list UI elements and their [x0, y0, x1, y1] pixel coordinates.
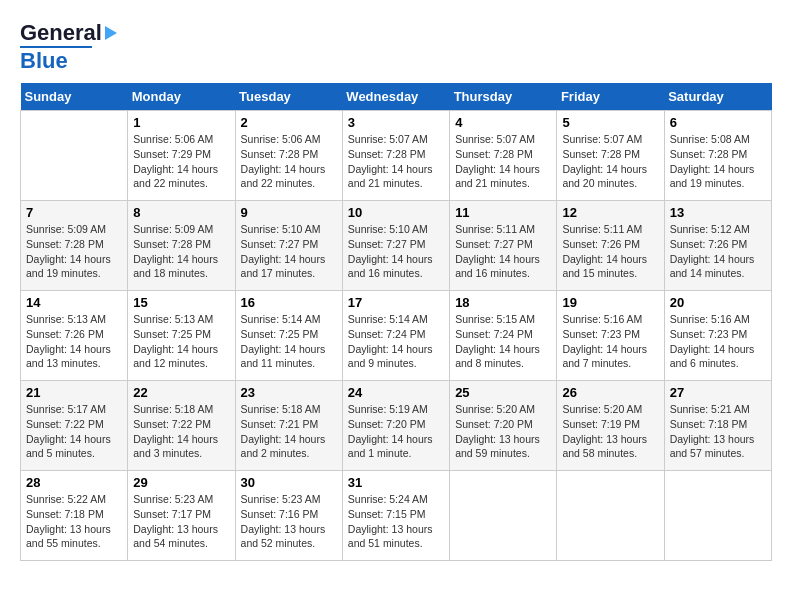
day-number: 31 [348, 475, 444, 490]
day-info: Sunrise: 5:06 AMSunset: 7:29 PMDaylight:… [133, 132, 229, 191]
day-cell-7: 7Sunrise: 5:09 AMSunset: 7:28 PMDaylight… [21, 201, 128, 291]
day-info: Sunrise: 5:22 AMSunset: 7:18 PMDaylight:… [26, 492, 122, 551]
day-cell-26: 26Sunrise: 5:20 AMSunset: 7:19 PMDayligh… [557, 381, 664, 471]
column-header-monday: Monday [128, 83, 235, 111]
day-info: Sunrise: 5:06 AMSunset: 7:28 PMDaylight:… [241, 132, 337, 191]
day-number: 23 [241, 385, 337, 400]
week-row-3: 14Sunrise: 5:13 AMSunset: 7:26 PMDayligh… [21, 291, 772, 381]
column-header-sunday: Sunday [21, 83, 128, 111]
empty-cell [21, 111, 128, 201]
day-number: 11 [455, 205, 551, 220]
day-info: Sunrise: 5:23 AMSunset: 7:16 PMDaylight:… [241, 492, 337, 551]
day-info: Sunrise: 5:10 AMSunset: 7:27 PMDaylight:… [348, 222, 444, 281]
day-cell-19: 19Sunrise: 5:16 AMSunset: 7:23 PMDayligh… [557, 291, 664, 381]
day-cell-8: 8Sunrise: 5:09 AMSunset: 7:28 PMDaylight… [128, 201, 235, 291]
day-number: 27 [670, 385, 766, 400]
day-cell-11: 11Sunrise: 5:11 AMSunset: 7:27 PMDayligh… [450, 201, 557, 291]
page-header: General Blue [20, 20, 772, 73]
day-cell-13: 13Sunrise: 5:12 AMSunset: 7:26 PMDayligh… [664, 201, 771, 291]
calendar-table: SundayMondayTuesdayWednesdayThursdayFrid… [20, 83, 772, 561]
day-cell-29: 29Sunrise: 5:23 AMSunset: 7:17 PMDayligh… [128, 471, 235, 561]
day-number: 14 [26, 295, 122, 310]
day-number: 1 [133, 115, 229, 130]
day-info: Sunrise: 5:07 AMSunset: 7:28 PMDaylight:… [562, 132, 658, 191]
day-info: Sunrise: 5:18 AMSunset: 7:21 PMDaylight:… [241, 402, 337, 461]
day-info: Sunrise: 5:12 AMSunset: 7:26 PMDaylight:… [670, 222, 766, 281]
day-number: 9 [241, 205, 337, 220]
day-info: Sunrise: 5:17 AMSunset: 7:22 PMDaylight:… [26, 402, 122, 461]
day-cell-3: 3Sunrise: 5:07 AMSunset: 7:28 PMDaylight… [342, 111, 449, 201]
day-cell-4: 4Sunrise: 5:07 AMSunset: 7:28 PMDaylight… [450, 111, 557, 201]
column-header-thursday: Thursday [450, 83, 557, 111]
day-info: Sunrise: 5:19 AMSunset: 7:20 PMDaylight:… [348, 402, 444, 461]
day-cell-20: 20Sunrise: 5:16 AMSunset: 7:23 PMDayligh… [664, 291, 771, 381]
day-info: Sunrise: 5:13 AMSunset: 7:26 PMDaylight:… [26, 312, 122, 371]
day-number: 29 [133, 475, 229, 490]
day-info: Sunrise: 5:09 AMSunset: 7:28 PMDaylight:… [133, 222, 229, 281]
day-cell-14: 14Sunrise: 5:13 AMSunset: 7:26 PMDayligh… [21, 291, 128, 381]
day-cell-22: 22Sunrise: 5:18 AMSunset: 7:22 PMDayligh… [128, 381, 235, 471]
day-number: 25 [455, 385, 551, 400]
day-cell-2: 2Sunrise: 5:06 AMSunset: 7:28 PMDaylight… [235, 111, 342, 201]
day-number: 15 [133, 295, 229, 310]
week-row-4: 21Sunrise: 5:17 AMSunset: 7:22 PMDayligh… [21, 381, 772, 471]
day-cell-23: 23Sunrise: 5:18 AMSunset: 7:21 PMDayligh… [235, 381, 342, 471]
day-cell-18: 18Sunrise: 5:15 AMSunset: 7:24 PMDayligh… [450, 291, 557, 381]
day-cell-15: 15Sunrise: 5:13 AMSunset: 7:25 PMDayligh… [128, 291, 235, 381]
column-header-friday: Friday [557, 83, 664, 111]
day-cell-30: 30Sunrise: 5:23 AMSunset: 7:16 PMDayligh… [235, 471, 342, 561]
day-info: Sunrise: 5:07 AMSunset: 7:28 PMDaylight:… [455, 132, 551, 191]
day-cell-6: 6Sunrise: 5:08 AMSunset: 7:28 PMDaylight… [664, 111, 771, 201]
day-info: Sunrise: 5:18 AMSunset: 7:22 PMDaylight:… [133, 402, 229, 461]
day-cell-24: 24Sunrise: 5:19 AMSunset: 7:20 PMDayligh… [342, 381, 449, 471]
day-info: Sunrise: 5:08 AMSunset: 7:28 PMDaylight:… [670, 132, 766, 191]
day-number: 6 [670, 115, 766, 130]
day-info: Sunrise: 5:07 AMSunset: 7:28 PMDaylight:… [348, 132, 444, 191]
day-info: Sunrise: 5:23 AMSunset: 7:17 PMDaylight:… [133, 492, 229, 551]
empty-cell [557, 471, 664, 561]
day-info: Sunrise: 5:11 AMSunset: 7:26 PMDaylight:… [562, 222, 658, 281]
day-number: 28 [26, 475, 122, 490]
day-number: 20 [670, 295, 766, 310]
logo-arrow-icon [105, 26, 117, 40]
day-number: 17 [348, 295, 444, 310]
day-number: 16 [241, 295, 337, 310]
day-cell-25: 25Sunrise: 5:20 AMSunset: 7:20 PMDayligh… [450, 381, 557, 471]
day-number: 13 [670, 205, 766, 220]
day-number: 8 [133, 205, 229, 220]
empty-cell [450, 471, 557, 561]
day-number: 24 [348, 385, 444, 400]
day-info: Sunrise: 5:24 AMSunset: 7:15 PMDaylight:… [348, 492, 444, 551]
day-cell-21: 21Sunrise: 5:17 AMSunset: 7:22 PMDayligh… [21, 381, 128, 471]
day-info: Sunrise: 5:21 AMSunset: 7:18 PMDaylight:… [670, 402, 766, 461]
day-cell-31: 31Sunrise: 5:24 AMSunset: 7:15 PMDayligh… [342, 471, 449, 561]
week-row-2: 7Sunrise: 5:09 AMSunset: 7:28 PMDaylight… [21, 201, 772, 291]
logo-text-general: General [20, 20, 102, 46]
day-info: Sunrise: 5:14 AMSunset: 7:25 PMDaylight:… [241, 312, 337, 371]
day-number: 4 [455, 115, 551, 130]
day-number: 7 [26, 205, 122, 220]
day-number: 3 [348, 115, 444, 130]
day-number: 30 [241, 475, 337, 490]
empty-cell [664, 471, 771, 561]
logo-text-blue: Blue [20, 46, 92, 73]
day-info: Sunrise: 5:09 AMSunset: 7:28 PMDaylight:… [26, 222, 122, 281]
day-info: Sunrise: 5:14 AMSunset: 7:24 PMDaylight:… [348, 312, 444, 371]
day-cell-17: 17Sunrise: 5:14 AMSunset: 7:24 PMDayligh… [342, 291, 449, 381]
day-info: Sunrise: 5:16 AMSunset: 7:23 PMDaylight:… [562, 312, 658, 371]
column-header-saturday: Saturday [664, 83, 771, 111]
calendar-header-row: SundayMondayTuesdayWednesdayThursdayFrid… [21, 83, 772, 111]
day-cell-9: 9Sunrise: 5:10 AMSunset: 7:27 PMDaylight… [235, 201, 342, 291]
logo: General Blue [20, 20, 117, 73]
day-number: 22 [133, 385, 229, 400]
column-header-tuesday: Tuesday [235, 83, 342, 111]
day-number: 19 [562, 295, 658, 310]
day-info: Sunrise: 5:11 AMSunset: 7:27 PMDaylight:… [455, 222, 551, 281]
day-number: 2 [241, 115, 337, 130]
day-cell-28: 28Sunrise: 5:22 AMSunset: 7:18 PMDayligh… [21, 471, 128, 561]
day-info: Sunrise: 5:20 AMSunset: 7:20 PMDaylight:… [455, 402, 551, 461]
day-cell-5: 5Sunrise: 5:07 AMSunset: 7:28 PMDaylight… [557, 111, 664, 201]
column-header-wednesday: Wednesday [342, 83, 449, 111]
week-row-5: 28Sunrise: 5:22 AMSunset: 7:18 PMDayligh… [21, 471, 772, 561]
day-number: 10 [348, 205, 444, 220]
